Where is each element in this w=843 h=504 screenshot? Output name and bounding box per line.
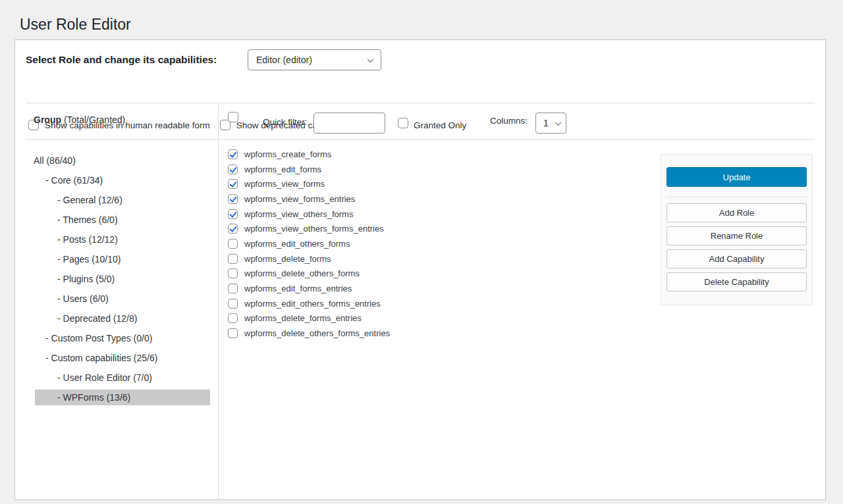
group-header-bold: Group (34, 114, 61, 125)
group-tree-item[interactable]: - Posts (12/12) (15, 230, 218, 249)
chevron-down-icon (555, 119, 562, 126)
granted-only-checkbox[interactable] (398, 118, 408, 128)
capability-label: wpforms_edit_forms_entries (244, 284, 352, 293)
action-panel: Update Add RoleRename RoleAdd Capability… (661, 154, 813, 305)
rename-role-button[interactable]: Rename Role (666, 226, 807, 245)
capability-label: wpforms_edit_forms (244, 164, 321, 174)
add-capability-button[interactable]: Add Capability (666, 249, 807, 268)
role-select-value: Editor (editor) (256, 55, 312, 65)
capability-row: wpforms_edit_forms_entries (228, 281, 656, 296)
columns-label: Columns: (490, 116, 528, 126)
capability-checkbox[interactable] (228, 239, 238, 249)
secondary-buttons: Add RoleRename RoleAdd CapabilityDelete … (666, 203, 807, 291)
capability-checkbox[interactable] (228, 284, 238, 293)
capability-row: wpforms_view_others_forms_entries (228, 221, 656, 236)
group-tree-item[interactable]: - Core (61/34) (15, 170, 218, 190)
group-tree-item[interactable]: - Custom Post Types (0/0) (15, 328, 218, 348)
capability-row: wpforms_view_forms (228, 176, 656, 191)
group-header-rest: (Total/Granted) (61, 114, 125, 125)
capability-checkbox[interactable] (228, 328, 238, 338)
capability-label: wpforms_delete_others_forms_entries (244, 328, 390, 338)
quick-filter-input[interactable] (313, 113, 385, 134)
capability-checkbox[interactable] (228, 194, 238, 204)
capability-row: wpforms_delete_forms_entries (228, 311, 656, 326)
capability-row: wpforms_delete_others_forms_entries (228, 326, 656, 341)
group-tree: All (86/40)- Core (61/34)- General (12/6… (15, 151, 218, 407)
capability-label: wpforms_view_others_forms_entries (244, 224, 384, 234)
select-all-checkbox[interactable] (228, 112, 238, 122)
group-tree-item[interactable]: - Plugins (5/0) (15, 269, 218, 289)
columns-select-value: 1 (543, 118, 549, 128)
capability-checkbox[interactable] (228, 164, 238, 174)
capability-label: wpforms_view_forms (244, 179, 325, 189)
group-tree-item[interactable]: - General (12/6) (15, 190, 218, 210)
capability-checkbox[interactable] (228, 299, 238, 309)
capability-checkbox[interactable] (228, 254, 238, 264)
capability-label: wpforms_view_others_forms (244, 209, 353, 219)
group-tree-item[interactable]: - Themes (6/0) (15, 210, 218, 230)
capability-row: wpforms_edit_others_forms_entries (228, 296, 656, 311)
capability-label: wpforms_create_forms (244, 149, 331, 159)
capability-row: wpforms_edit_others_forms (228, 236, 656, 251)
capability-label: wpforms_edit_others_forms_entries (244, 299, 381, 309)
page-title: User Role Editor (20, 16, 131, 34)
group-tree-item[interactable]: - Custom capabilities (25/6) (15, 348, 218, 368)
granted-only-label: Granted Only (414, 120, 466, 130)
divider (26, 139, 815, 140)
quick-filter-label: Quick filter: (263, 117, 308, 127)
capability-row: wpforms_view_forms_entries (228, 191, 656, 207)
chevron-down-icon (367, 56, 374, 63)
group-tree-item[interactable]: - User Role Editor (7/0) (15, 368, 218, 388)
group-tree-item[interactable]: - Deprecated (12/8) (15, 309, 218, 328)
capability-label: wpforms_edit_others_forms (244, 239, 350, 249)
role-select[interactable]: Editor (editor) (248, 49, 381, 70)
panel-separator (666, 197, 807, 197)
capability-checkbox[interactable] (228, 179, 238, 189)
capability-row: wpforms_delete_others_forms (228, 266, 656, 282)
capability-label: wpforms_delete_forms (244, 254, 331, 264)
divider (26, 103, 815, 103)
capability-checkbox[interactable] (228, 209, 238, 219)
capability-label: wpforms_view_forms_entries (244, 194, 355, 204)
capability-label: wpforms_delete_others_forms (244, 268, 360, 278)
group-column-header: Group (Total/Granted) (34, 114, 125, 125)
capability-row: wpforms_delete_forms (228, 251, 656, 266)
user-role-editor-panel: Select Role and change its capabilities:… (14, 39, 826, 500)
capability-checkbox[interactable] (228, 313, 238, 323)
group-tree-item[interactable]: All (86/40) (15, 151, 218, 170)
update-button[interactable]: Update (666, 167, 807, 187)
capability-row: wpforms_view_others_forms (228, 207, 656, 222)
capability-label: wpforms_delete_forms_entries (244, 313, 362, 323)
capability-checkbox[interactable] (228, 268, 238, 278)
add-role-button[interactable]: Add Role (666, 203, 807, 222)
capability-checkbox[interactable] (228, 149, 238, 159)
capabilities-list: wpforms_create_formswpforms_edit_formswp… (228, 147, 656, 341)
group-tree-item[interactable]: - Users (6/0) (15, 289, 218, 309)
role-selector-row: Select Role and change its capabilities: (26, 49, 217, 70)
column-divider (218, 103, 219, 499)
capability-row: wpforms_create_forms (228, 147, 656, 162)
capability-checkbox[interactable] (228, 224, 238, 234)
delete-capability-button[interactable]: Delete Capability (666, 272, 807, 291)
role-selector-label: Select Role and change its capabilities: (26, 54, 217, 66)
columns-select[interactable]: 1 (535, 113, 566, 134)
capability-row: wpforms_edit_forms (228, 162, 656, 177)
group-tree-item[interactable]: - Pages (10/10) (15, 249, 218, 269)
group-tree-item-selected[interactable]: - WPForms (13/6) (35, 390, 210, 405)
